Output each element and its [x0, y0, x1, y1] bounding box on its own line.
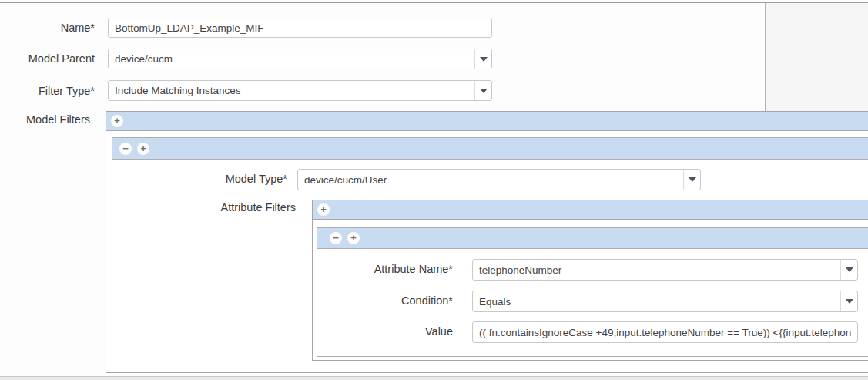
- condition-label: Condition*: [293, 294, 453, 307]
- filter-type-select[interactable]: Include Matching Instances: [108, 80, 492, 101]
- filter-type-value: Include Matching Instances: [109, 85, 474, 96]
- model-parent-select[interactable]: device/cucm: [108, 49, 492, 69]
- attribute-filter-item-header-bar: − +: [317, 228, 868, 249]
- add-model-filter-button[interactable]: +: [111, 115, 123, 127]
- attribute-filters-label: Attribute Filters: [139, 201, 296, 214]
- top-right-background: [765, 3, 868, 111]
- name-input[interactable]: [108, 18, 492, 38]
- remove-model-filter-button[interactable]: −: [119, 143, 132, 155]
- add-model-filter-item-button[interactable]: +: [137, 143, 149, 155]
- filter-type-label: Filter Type*: [0, 85, 95, 97]
- model-filters-header-bar: +: [106, 112, 868, 131]
- add-attribute-filter-item-button[interactable]: +: [347, 232, 360, 244]
- attribute-name-value: telephoneNumber: [473, 264, 840, 276]
- model-type-select[interactable]: device/cucm/User: [297, 169, 701, 190]
- value-input[interactable]: [472, 321, 858, 343]
- add-attribute-filter-button[interactable]: +: [317, 203, 330, 216]
- condition-value: Equals: [473, 296, 840, 308]
- condition-select[interactable]: Equals: [472, 291, 858, 312]
- dropdown-arrow-icon[interactable]: [840, 291, 857, 311]
- dropdown-arrow-icon[interactable]: [683, 170, 700, 190]
- dropdown-arrow-icon[interactable]: [840, 260, 857, 280]
- model-filters-label: Model Filters: [0, 113, 90, 126]
- model-type-value: device/cucm/User: [298, 174, 683, 186]
- attribute-filters-header-bar: +: [313, 200, 868, 220]
- model-parent-value: device/cucm: [109, 53, 474, 65]
- remove-attribute-filter-button[interactable]: −: [330, 232, 342, 244]
- dropdown-arrow-icon[interactable]: [474, 49, 491, 69]
- model-type-label: Model Type*: [131, 173, 287, 185]
- name-label: Name*: [0, 22, 95, 34]
- model-filter-form: Name* Model Parent device/cucm Filter Ty…: [0, 0, 868, 380]
- model-parent-label: Model Parent: [0, 52, 95, 65]
- attribute-name-label: Attribute Name*: [293, 263, 453, 275]
- top-divider: [0, 2, 868, 3]
- value-label: Value: [293, 325, 453, 338]
- bottom-strip: [0, 376, 868, 380]
- attribute-name-select[interactable]: telephoneNumber: [472, 259, 858, 281]
- dropdown-arrow-icon[interactable]: [474, 81, 491, 100]
- model-filter-item-header-bar: − +: [112, 138, 868, 160]
